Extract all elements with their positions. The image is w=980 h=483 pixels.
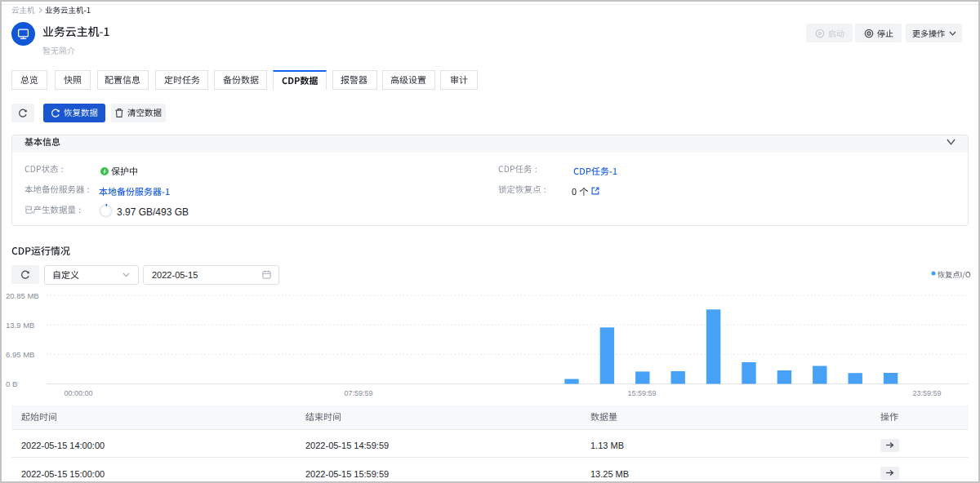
svg-text:23:59:59: 23:59:59 [912,389,941,397]
svg-text:20.85 MB: 20.85 MB [6,291,39,300]
svg-text:13.9 MB: 13.9 MB [6,321,34,330]
svg-text:0 B: 0 B [6,379,17,388]
svg-text:07:59:59: 07:59:59 [344,389,372,397]
svg-text:15:59:59: 15:59:59 [627,389,656,397]
svg-text:6.95 MB: 6.95 MB [6,350,34,359]
svg-text:00:00:00: 00:00:00 [64,389,92,397]
